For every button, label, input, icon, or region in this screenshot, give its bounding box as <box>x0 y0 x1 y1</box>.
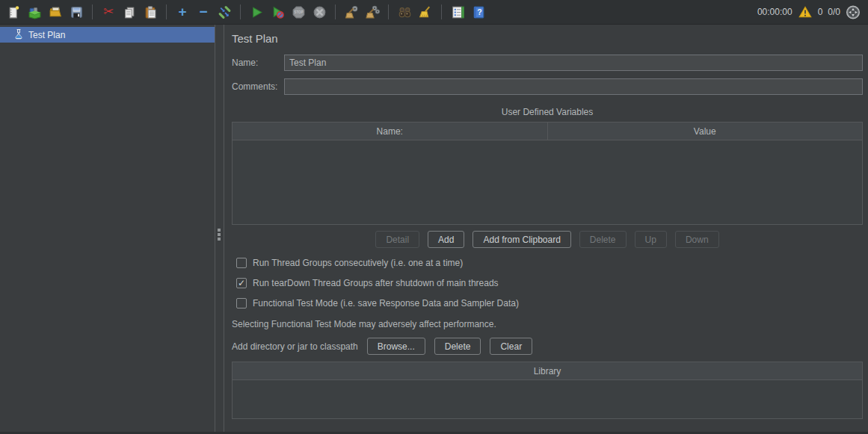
function-helper-icon <box>451 5 465 19</box>
panel-splitter[interactable] <box>215 25 224 432</box>
classpath-row: Add directory or jar to classpath Browse… <box>232 338 863 355</box>
test-plan-config-panel: Test Plan Name: Comments: User Defined V… <box>224 25 868 432</box>
elapsed-time: 00:00:00 <box>757 7 792 17</box>
help-icon: ? <box>472 5 486 19</box>
toolbar-start-no-timers-button[interactable] <box>270 4 285 19</box>
toolbar-help-button[interactable]: ? <box>471 4 486 19</box>
classpath-label: Add directory or jar to classpath <box>232 341 358 352</box>
toolbar-collapse-button[interactable]: − <box>196 4 211 19</box>
classpath-delete-button[interactable]: Delete <box>434 338 481 355</box>
name-input[interactable] <box>284 55 863 71</box>
run-teardown-label: Run tearDown Thread Groups after shutdow… <box>253 278 499 288</box>
toolbar-search-reset-button[interactable] <box>418 4 433 19</box>
toolbar-separator <box>240 4 241 19</box>
toggle-icon <box>218 5 232 19</box>
toolbar-cut-button[interactable]: ✂ <box>101 4 116 19</box>
page-title: Test Plan <box>232 32 863 47</box>
toolbar-templates-button[interactable] <box>27 4 42 19</box>
add-button[interactable]: Add <box>428 231 464 248</box>
test-plan-tree: Test Plan <box>0 25 215 432</box>
library-table: Library <box>232 362 863 419</box>
save-icon <box>70 5 84 19</box>
svg-text:STOP: STOP <box>294 10 303 14</box>
test-plan-flask-icon <box>13 28 24 42</box>
toolbar-start-button[interactable] <box>249 4 264 19</box>
run-teardown-checkbox[interactable]: ✓ <box>236 278 247 288</box>
udv-button-row: Detail Add Add from Clipboard Delete Up … <box>232 231 863 248</box>
toolbar-clear-button[interactable] <box>344 4 359 19</box>
toolbar-expand-button[interactable]: + <box>175 4 190 19</box>
toolbar-clear-all-button[interactable] <box>365 4 380 19</box>
search-icon <box>398 5 412 19</box>
udv-table: Name: Value <box>232 122 863 225</box>
paste-icon <box>144 5 158 19</box>
toolbar-shutdown-button[interactable] <box>312 4 327 19</box>
toolbar-separator <box>92 4 93 19</box>
log-errors-button[interactable] <box>798 4 813 19</box>
splitter-grip-icon <box>218 229 221 241</box>
toolbar-new-button[interactable] <box>6 4 21 19</box>
stop-icon: STOP <box>292 5 306 19</box>
down-button[interactable]: Down <box>675 231 719 248</box>
udv-table-title: User Defined Variables <box>232 107 863 117</box>
run-consecutively-label: Run Thread Groups consecutively (i.e. on… <box>253 258 463 268</box>
shutdown-icon <box>313 5 327 19</box>
comments-label: Comments: <box>232 81 284 92</box>
new-file-icon <box>7 5 21 19</box>
toolbar-separator <box>388 4 389 19</box>
toolbar-toggle-button[interactable] <box>217 4 232 19</box>
browse-button[interactable]: Browse... <box>367 338 425 355</box>
toolbar-save-button[interactable] <box>69 4 84 19</box>
run-teardown-row: ✓ Run tearDown Thread Groups after shutd… <box>232 278 863 288</box>
remote-indicator-icon <box>846 4 861 19</box>
clear-all-icon <box>366 5 380 19</box>
templates-icon <box>28 5 42 19</box>
start-icon <box>250 5 264 19</box>
toolbar-separator <box>166 4 167 19</box>
udv-column-value[interactable]: Value <box>547 123 863 140</box>
cut-icon: ✂ <box>103 4 114 19</box>
toolbar-stop-button[interactable]: STOP <box>291 4 306 19</box>
functional-test-mode-row: Functional Test Mode (i.e. save Response… <box>232 298 863 309</box>
classpath-clear-button[interactable]: Clear <box>490 338 532 355</box>
functional-test-mode-checkbox[interactable] <box>236 298 247 309</box>
svg-text:?: ? <box>477 7 481 16</box>
udv-table-header: Name: Value <box>233 123 862 140</box>
search-reset-icon <box>419 5 433 19</box>
delete-button[interactable]: Delete <box>579 231 627 248</box>
start-no-timers-icon <box>271 5 285 19</box>
warning-triangle-icon <box>798 5 813 19</box>
add-from-clipboard-button[interactable]: Add from Clipboard <box>473 231 570 248</box>
comments-input[interactable] <box>284 78 863 95</box>
jmeter-window: ✂ + − STOP ? 00:00:00 0 0/0 <box>0 0 868 434</box>
expand-icon: + <box>178 4 186 19</box>
tree-node-test-plan[interactable]: Test Plan <box>0 27 215 43</box>
toolbar-open-button[interactable] <box>48 4 63 19</box>
open-folder-icon <box>49 5 63 19</box>
toolbar: ✂ + − STOP ? 00:00:00 0 0/0 <box>0 0 868 25</box>
detail-button[interactable]: Detail <box>375 231 419 248</box>
library-table-body[interactable] <box>233 380 862 418</box>
toolbar-search-button[interactable] <box>397 4 412 19</box>
udv-column-name[interactable]: Name: <box>233 123 547 140</box>
run-consecutively-checkbox[interactable] <box>236 258 247 268</box>
copy-icon <box>123 5 137 19</box>
active-threads: 0/0 <box>828 7 840 17</box>
toolbar-separator <box>441 4 442 19</box>
toolbar-paste-button[interactable] <box>143 4 158 19</box>
functional-test-mode-label: Functional Test Mode (i.e. save Response… <box>253 298 519 309</box>
run-consecutively-row: Run Thread Groups consecutively (i.e. on… <box>232 258 863 268</box>
log-error-count: 0 <box>818 7 823 17</box>
up-button[interactable]: Up <box>635 231 667 248</box>
collapse-icon: − <box>199 4 207 19</box>
clear-icon <box>345 5 359 19</box>
functional-mode-note: Selecting Functional Test Mode may adver… <box>232 319 863 329</box>
udv-table-body[interactable] <box>233 140 862 224</box>
toolbar-function-helper-button[interactable] <box>450 4 465 19</box>
toolbar-separator <box>335 4 336 19</box>
status-cluster: 00:00:00 0 0/0 <box>757 4 862 19</box>
name-label: Name: <box>232 58 284 68</box>
library-column-header[interactable]: Library <box>233 362 862 380</box>
toolbar-copy-button[interactable] <box>122 4 137 19</box>
tree-node-label: Test Plan <box>28 30 65 40</box>
